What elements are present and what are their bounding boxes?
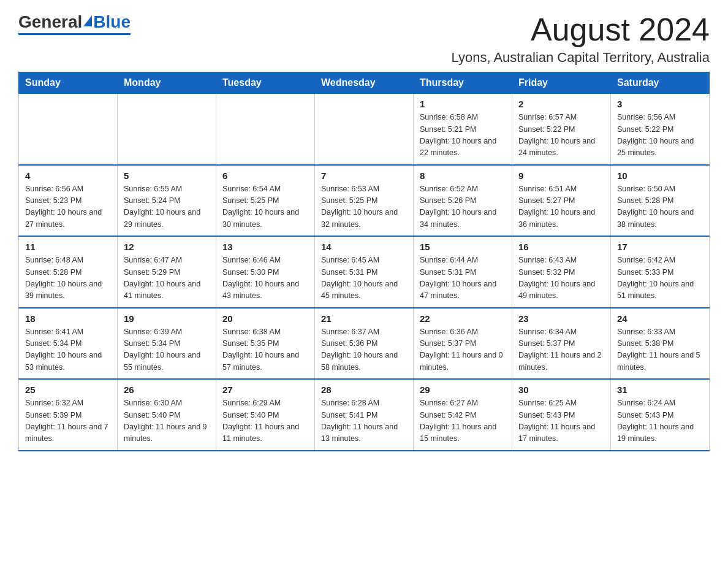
day-cell: 15Sunrise: 6:44 AMSunset: 5:31 PMDayligh… [414, 236, 512, 308]
day-info: Sunrise: 6:25 AMSunset: 5:43 PMDaylight:… [518, 399, 595, 443]
day-info: Sunrise: 6:56 AMSunset: 5:23 PMDaylight:… [25, 185, 102, 229]
title-area: August 2024 Lyons, Australian Capital Te… [452, 12, 710, 66]
day-info: Sunrise: 6:55 AMSunset: 5:24 PMDaylight:… [124, 185, 200, 229]
day-number: 14 [321, 242, 407, 252]
week-row-2: 4Sunrise: 6:56 AMSunset: 5:23 PMDaylight… [19, 165, 710, 237]
day-number: 24 [617, 313, 703, 324]
day-cell: 23Sunrise: 6:34 AMSunset: 5:37 PMDayligh… [512, 308, 611, 380]
day-cell: 6Sunrise: 6:54 AMSunset: 5:25 PMDaylight… [216, 165, 315, 237]
day-number: 5 [124, 170, 210, 181]
logo-underline [18, 33, 131, 35]
day-number: 12 [124, 242, 210, 252]
day-number: 3 [617, 99, 703, 109]
day-info: Sunrise: 6:52 AMSunset: 5:26 PMDaylight:… [420, 185, 496, 229]
day-cell: 26Sunrise: 6:30 AMSunset: 5:40 PMDayligh… [118, 379, 216, 451]
day-cell: 4Sunrise: 6:56 AMSunset: 5:23 PMDaylight… [19, 165, 118, 237]
day-number: 19 [124, 313, 210, 324]
day-info: Sunrise: 6:28 AMSunset: 5:41 PMDaylight:… [321, 399, 398, 443]
day-cell [315, 94, 414, 165]
day-number: 28 [321, 385, 407, 395]
day-info: Sunrise: 6:53 AMSunset: 5:25 PMDaylight:… [321, 185, 398, 229]
day-info: Sunrise: 6:54 AMSunset: 5:25 PMDaylight:… [222, 185, 299, 229]
day-cell: 21Sunrise: 6:37 AMSunset: 5:36 PMDayligh… [315, 308, 414, 380]
day-cell: 16Sunrise: 6:43 AMSunset: 5:32 PMDayligh… [512, 236, 611, 308]
day-info: Sunrise: 6:42 AMSunset: 5:33 PMDaylight:… [617, 256, 694, 300]
day-number: 16 [518, 242, 604, 252]
day-cell: 25Sunrise: 6:32 AMSunset: 5:39 PMDayligh… [19, 379, 118, 451]
day-cell: 22Sunrise: 6:36 AMSunset: 5:37 PMDayligh… [414, 308, 512, 380]
day-number: 11 [25, 242, 111, 252]
day-cell: 24Sunrise: 6:33 AMSunset: 5:38 PMDayligh… [611, 308, 710, 380]
month-title: August 2024 [452, 12, 710, 47]
day-info: Sunrise: 6:44 AMSunset: 5:31 PMDaylight:… [420, 256, 496, 300]
day-cell: 12Sunrise: 6:47 AMSunset: 5:29 PMDayligh… [118, 236, 216, 308]
day-cell: 3Sunrise: 6:56 AMSunset: 5:22 PMDaylight… [611, 94, 710, 165]
header-day-saturday: Saturday [611, 72, 710, 94]
day-info: Sunrise: 6:45 AMSunset: 5:31 PMDaylight:… [321, 256, 398, 300]
header-day-monday: Monday [118, 72, 216, 94]
day-cell: 7Sunrise: 6:53 AMSunset: 5:25 PMDaylight… [315, 165, 414, 237]
day-number: 18 [25, 313, 111, 324]
day-info: Sunrise: 6:56 AMSunset: 5:22 PMDaylight:… [617, 113, 694, 157]
header-day-friday: Friday [512, 72, 611, 94]
day-info: Sunrise: 6:58 AMSunset: 5:21 PMDaylight:… [420, 113, 496, 157]
week-row-1: 1Sunrise: 6:58 AMSunset: 5:21 PMDaylight… [19, 94, 710, 165]
day-number: 23 [518, 313, 604, 324]
day-cell: 8Sunrise: 6:52 AMSunset: 5:26 PMDaylight… [414, 165, 512, 237]
week-row-5: 25Sunrise: 6:32 AMSunset: 5:39 PMDayligh… [19, 379, 710, 451]
day-cell: 20Sunrise: 6:38 AMSunset: 5:35 PMDayligh… [216, 308, 315, 380]
day-info: Sunrise: 6:30 AMSunset: 5:40 PMDaylight:… [124, 399, 207, 443]
day-cell: 5Sunrise: 6:55 AMSunset: 5:24 PMDaylight… [118, 165, 216, 237]
day-cell: 10Sunrise: 6:50 AMSunset: 5:28 PMDayligh… [611, 165, 710, 237]
day-number: 7 [321, 170, 407, 181]
header-day-thursday: Thursday [414, 72, 512, 94]
day-cell: 31Sunrise: 6:24 AMSunset: 5:43 PMDayligh… [611, 379, 710, 451]
day-cell [216, 94, 315, 165]
day-info: Sunrise: 6:50 AMSunset: 5:28 PMDaylight:… [617, 185, 694, 229]
page-header: General Blue August 2024 Lyons, Australi… [18, 12, 710, 66]
day-cell: 27Sunrise: 6:29 AMSunset: 5:40 PMDayligh… [216, 379, 315, 451]
day-number: 8 [420, 170, 506, 181]
day-info: Sunrise: 6:48 AMSunset: 5:28 PMDaylight:… [25, 256, 102, 300]
calendar-table: SundayMondayTuesdayWednesdayThursdayFrid… [18, 72, 710, 451]
day-cell: 11Sunrise: 6:48 AMSunset: 5:28 PMDayligh… [19, 236, 118, 308]
week-row-4: 18Sunrise: 6:41 AMSunset: 5:34 PMDayligh… [19, 308, 710, 380]
day-cell: 28Sunrise: 6:28 AMSunset: 5:41 PMDayligh… [315, 379, 414, 451]
header-day-tuesday: Tuesday [216, 72, 315, 94]
header-row: SundayMondayTuesdayWednesdayThursdayFrid… [19, 72, 710, 94]
day-info: Sunrise: 6:46 AMSunset: 5:30 PMDaylight:… [222, 256, 299, 300]
day-info: Sunrise: 6:27 AMSunset: 5:42 PMDaylight:… [420, 399, 496, 443]
day-number: 17 [617, 242, 703, 252]
day-cell: 30Sunrise: 6:25 AMSunset: 5:43 PMDayligh… [512, 379, 611, 451]
day-info: Sunrise: 6:47 AMSunset: 5:29 PMDaylight:… [124, 256, 200, 300]
logo-triangle-icon [83, 15, 92, 26]
day-info: Sunrise: 6:41 AMSunset: 5:34 PMDaylight:… [25, 327, 102, 372]
day-number: 4 [25, 170, 111, 181]
logo-blue-text: Blue [93, 12, 131, 32]
day-info: Sunrise: 6:51 AMSunset: 5:27 PMDaylight:… [518, 185, 595, 229]
day-number: 21 [321, 313, 407, 324]
day-number: 31 [617, 385, 703, 395]
day-number: 9 [518, 170, 604, 181]
day-cell: 2Sunrise: 6:57 AMSunset: 5:22 PMDaylight… [512, 94, 611, 165]
day-number: 20 [222, 313, 308, 324]
day-info: Sunrise: 6:32 AMSunset: 5:39 PMDaylight:… [25, 399, 108, 443]
day-number: 25 [25, 385, 111, 395]
day-info: Sunrise: 6:37 AMSunset: 5:36 PMDaylight:… [321, 327, 398, 372]
header-day-wednesday: Wednesday [315, 72, 414, 94]
day-number: 26 [124, 385, 210, 395]
day-info: Sunrise: 6:43 AMSunset: 5:32 PMDaylight:… [518, 256, 595, 300]
day-cell [118, 94, 216, 165]
header-day-sunday: Sunday [19, 72, 118, 94]
day-number: 30 [518, 385, 604, 395]
logo: General Blue [18, 12, 131, 35]
day-cell: 9Sunrise: 6:51 AMSunset: 5:27 PMDaylight… [512, 165, 611, 237]
day-info: Sunrise: 6:33 AMSunset: 5:38 PMDaylight:… [617, 327, 700, 372]
day-number: 2 [518, 99, 604, 109]
day-number: 6 [222, 170, 308, 181]
day-cell: 29Sunrise: 6:27 AMSunset: 5:42 PMDayligh… [414, 379, 512, 451]
week-row-3: 11Sunrise: 6:48 AMSunset: 5:28 PMDayligh… [19, 236, 710, 308]
day-number: 15 [420, 242, 506, 252]
day-cell: 18Sunrise: 6:41 AMSunset: 5:34 PMDayligh… [19, 308, 118, 380]
calendar-header: SundayMondayTuesdayWednesdayThursdayFrid… [19, 72, 710, 94]
